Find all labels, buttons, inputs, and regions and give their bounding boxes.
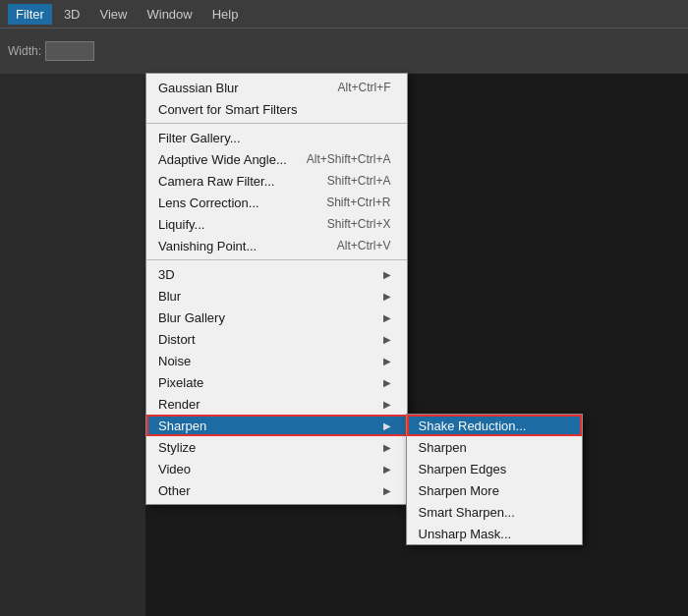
top-bar: Filter3DViewWindowHelp Width: bbox=[0, 0, 688, 74]
menu-item-label: Gaussian Blur bbox=[158, 81, 318, 95]
menubar-item-window[interactable]: Window bbox=[139, 4, 200, 25]
sharpen-submenu: Shake Reduction...SharpenSharpen EdgesSh… bbox=[406, 414, 583, 545]
menu-item-adaptive-wide-angle-[interactable]: Adaptive Wide Angle...Alt+Shift+Ctrl+A bbox=[146, 148, 407, 170]
submenu-arrow-icon: ▶ bbox=[383, 464, 391, 475]
submenu-arrow-icon: ▶ bbox=[383, 399, 391, 410]
menu-item-blur-gallery[interactable]: Blur Gallery▶ bbox=[146, 307, 407, 328]
menu-item-vanishing-point-[interactable]: Vanishing Point...Alt+Ctrl+V bbox=[146, 235, 407, 256]
menu-item-stylize[interactable]: Stylize▶ bbox=[146, 436, 407, 458]
submenu-arrow-icon: ▶ bbox=[383, 442, 391, 453]
menu-item-label: 3D bbox=[158, 267, 375, 282]
submenu-arrow-icon: ▶ bbox=[383, 269, 391, 280]
menu-item-shortcut: Alt+Shift+Ctrl+A bbox=[307, 152, 391, 166]
width-label: Width: bbox=[8, 44, 41, 58]
menu-item-label: Render bbox=[158, 397, 375, 412]
menu-section-0: Gaussian BlurAlt+Ctrl+FConvert for Smart… bbox=[146, 74, 407, 124]
submenu-arrow-icon: ▶ bbox=[383, 334, 391, 345]
menu-item-shortcut: Shift+Ctrl+A bbox=[327, 174, 391, 188]
submenu-item-sharpen[interactable]: Sharpen bbox=[407, 436, 582, 458]
menu-item-label: Vanishing Point... bbox=[158, 239, 317, 253]
menu-item-distort[interactable]: Distort▶ bbox=[146, 328, 407, 350]
menu-item-label: Blur Gallery bbox=[158, 310, 375, 325]
menu-item-blur[interactable]: Blur▶ bbox=[146, 285, 407, 307]
submenu-item-shake-reduction-[interactable]: Shake Reduction... bbox=[407, 415, 582, 436]
menu-item-label: Lens Correction... bbox=[158, 196, 307, 210]
menu-item-label: Sharpen bbox=[158, 419, 375, 433]
menu-item-label: Liquify... bbox=[158, 217, 308, 232]
menu-item-convert-for-smart-filters[interactable]: Convert for Smart Filters bbox=[146, 98, 407, 120]
menu-item-liquify-[interactable]: Liquify...Shift+Ctrl+X bbox=[146, 213, 407, 235]
submenu-arrow-icon: ▶ bbox=[383, 312, 391, 323]
menu-item-gaussian-blur[interactable]: Gaussian BlurAlt+Ctrl+F bbox=[146, 77, 407, 98]
width-input[interactable] bbox=[45, 41, 94, 61]
menu-item-label: Video bbox=[158, 462, 375, 476]
submenu-arrow-icon: ▶ bbox=[383, 377, 391, 388]
menu-item-label: Blur bbox=[158, 289, 375, 304]
menu-item-label: Convert for Smart Filters bbox=[158, 102, 391, 117]
menu-item-render[interactable]: Render▶ bbox=[146, 393, 407, 415]
menu-item-sharpen[interactable]: Sharpen▶Shake Reduction...SharpenSharpen… bbox=[146, 415, 407, 436]
submenu-arrow-icon: ▶ bbox=[383, 291, 391, 302]
menu-item-pixelate[interactable]: Pixelate▶ bbox=[146, 371, 407, 393]
left-panel bbox=[0, 74, 145, 616]
menu-item-3d[interactable]: 3D▶ bbox=[146, 263, 407, 285]
menu-section-2: 3D▶Blur▶Blur Gallery▶Distort▶Noise▶Pixel… bbox=[146, 260, 407, 504]
submenu-arrow-icon: ▶ bbox=[383, 420, 391, 431]
menu-item-shortcut: Shift+Ctrl+R bbox=[326, 196, 390, 209]
menu-item-camera-raw-filter-[interactable]: Camera Raw Filter...Shift+Ctrl+A bbox=[146, 170, 407, 192]
menu-section-1: Filter Gallery...Adaptive Wide Angle...A… bbox=[146, 124, 407, 260]
menu-bar: Filter3DViewWindowHelp bbox=[0, 0, 688, 28]
menubar-item-help[interactable]: Help bbox=[204, 4, 247, 25]
menu-item-filter-gallery-[interactable]: Filter Gallery... bbox=[146, 127, 407, 148]
menu-item-label: Distort bbox=[158, 332, 375, 347]
menu-item-noise[interactable]: Noise▶ bbox=[146, 350, 407, 371]
menubar-item-view[interactable]: View bbox=[92, 4, 136, 25]
menu-item-other[interactable]: Other▶ bbox=[146, 479, 407, 501]
menubar-item-filter[interactable]: Filter bbox=[8, 4, 52, 25]
menu-item-label: Stylize bbox=[158, 440, 375, 455]
menu-item-shortcut: Alt+Ctrl+V bbox=[337, 239, 391, 252]
menu-item-shortcut: Alt+Ctrl+F bbox=[338, 81, 391, 94]
menu-item-label: Camera Raw Filter... bbox=[158, 174, 308, 189]
menu-item-video[interactable]: Video▶ bbox=[146, 458, 407, 479]
submenu-arrow-icon: ▶ bbox=[383, 485, 391, 496]
submenu-item-sharpen-more[interactable]: Sharpen More bbox=[407, 479, 582, 501]
menu-item-label: Adaptive Wide Angle... bbox=[158, 152, 287, 167]
submenu-item-smart-sharpen-[interactable]: Smart Sharpen... bbox=[407, 501, 582, 523]
menu-item-label: Filter Gallery... bbox=[158, 131, 391, 145]
menubar-item-3d[interactable]: 3D bbox=[56, 4, 88, 25]
menu-item-label: Noise bbox=[158, 354, 375, 368]
filter-dropdown-menu[interactable]: Gaussian BlurAlt+Ctrl+FConvert for Smart… bbox=[145, 73, 408, 505]
menu-item-label: Pixelate bbox=[158, 375, 375, 390]
menu-item-label: Other bbox=[158, 483, 375, 498]
submenu-item-sharpen-edges[interactable]: Sharpen Edges bbox=[407, 458, 582, 479]
submenu-arrow-icon: ▶ bbox=[383, 356, 391, 366]
submenu-item-unsharp-mask-[interactable]: Unsharp Mask... bbox=[407, 523, 582, 544]
menu-item-lens-correction-[interactable]: Lens Correction...Shift+Ctrl+R bbox=[146, 192, 407, 213]
menu-item-shortcut: Shift+Ctrl+X bbox=[327, 217, 391, 231]
options-bar: Width: bbox=[0, 28, 688, 74]
